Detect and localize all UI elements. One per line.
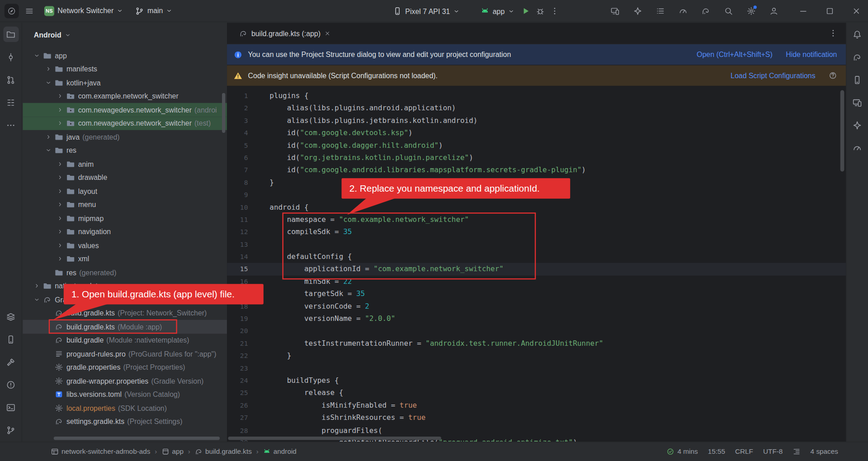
settings-button[interactable] — [744, 4, 759, 19]
chevron-right-icon[interactable] — [55, 239, 65, 252]
tree-item-mipmap[interactable]: mipmap — [23, 212, 227, 225]
tool-pull-requests-button[interactable] — [3, 72, 19, 87]
tree-item-drawable[interactable]: drawable — [23, 171, 227, 184]
tree-item-gradle-properties[interactable]: gradle.properties(Project Properties) — [23, 361, 227, 374]
project-panel-horizontal-scrollbar[interactable] — [54, 437, 220, 440]
code-line-7[interactable]: 7 id("com.google.android.libraries.mapsp… — [227, 164, 846, 176]
code-line-1[interactable]: 1plugins { — [227, 89, 846, 102]
line-number[interactable]: 13 — [227, 238, 248, 250]
tree-item-res[interactable]: res — [23, 144, 227, 157]
line-number[interactable]: 28 — [227, 424, 248, 437]
tree-item-build-gradle-kts[interactable]: build.gradle.kts(Module :app) — [23, 320, 227, 334]
chevron-right-icon[interactable] — [43, 62, 53, 76]
load-script-configurations-link[interactable]: Load Script Configurations — [731, 71, 816, 80]
tool-build-button[interactable] — [3, 354, 19, 370]
chevron-right-icon[interactable] — [55, 212, 65, 225]
tool-version-control-button[interactable] — [3, 422, 19, 437]
line-number[interactable]: 14 — [227, 251, 248, 263]
open-project-structure-link[interactable]: Open (Ctrl+Alt+Shift+S) — [697, 50, 773, 58]
chevron-down-icon[interactable] — [43, 144, 53, 157]
tab-build-gradle-kts-app[interactable]: build.gradle.kts (:app) — [232, 23, 337, 44]
line-number[interactable]: 12 — [227, 226, 248, 238]
logcat-button[interactable] — [653, 4, 668, 19]
code-line-10[interactable]: 10android { — [227, 201, 846, 213]
code-line-3[interactable]: 3 alias(libs.plugins.jetbrains.kotlin.an… — [227, 114, 846, 127]
tree-item-xml[interactable]: xml — [23, 252, 227, 266]
status-crlf[interactable]: CRLF — [735, 448, 753, 456]
hide-notification-link[interactable]: Hide notification — [786, 50, 837, 58]
code-line-5[interactable]: 5 id("com.google.dagger.hilt.android") — [227, 139, 846, 151]
device-selector[interactable]: Pixel 7 API 31 — [389, 5, 464, 18]
debug-button[interactable] — [533, 4, 547, 19]
tree-item-libs-versions-toml[interactable]: libs.versions.toml(Version Catalog) — [23, 388, 227, 401]
chevron-right-icon[interactable] — [55, 225, 65, 239]
sync-project-button[interactable] — [698, 4, 713, 19]
tool-gemini-button[interactable] — [849, 118, 865, 133]
editor-horizontal-scrollbar[interactable] — [228, 437, 441, 440]
breadcrumb-android[interactable]: android — [263, 448, 297, 456]
chevron-right-icon[interactable] — [32, 279, 42, 293]
tool-device-manager-button[interactable] — [3, 331, 19, 347]
line-number[interactable]: 25 — [227, 387, 248, 399]
tool-running-devices-button[interactable] — [849, 94, 865, 110]
code-line-28[interactable]: 28 proguardFiles( — [227, 424, 846, 437]
close-tab-icon[interactable] — [325, 30, 330, 36]
line-number[interactable]: 2 — [227, 102, 248, 114]
tool-structure-button[interactable] — [3, 94, 19, 110]
code-editor[interactable]: 1plugins {2 alias(libs.plugins.android.a… — [227, 86, 846, 442]
tree-item-menu[interactable]: menu — [23, 198, 227, 212]
code-line-13[interactable]: 13 — [227, 238, 846, 250]
tree-item-layout[interactable]: layout — [23, 184, 227, 198]
tree-item-proguard-rules-pro[interactable]: proguard-rules.pro(ProGuard Rules for ":… — [23, 347, 227, 361]
tree-item-values[interactable]: values — [23, 239, 227, 252]
code-line-25[interactable]: 25 release { — [227, 387, 846, 399]
status-indent[interactable] — [793, 448, 800, 456]
tree-item-com-newagedevs-network-switcher[interactable]: com.newagedevs.network_switcher(androi — [23, 103, 227, 117]
line-number[interactable]: 6 — [227, 151, 248, 164]
tree-item-anim[interactable]: anim — [23, 157, 227, 171]
run-button[interactable] — [519, 4, 533, 19]
tool-device-manager-button[interactable] — [849, 72, 865, 87]
profiler-button[interactable] — [676, 4, 690, 19]
code-line-14[interactable]: 14 defaultConfig { — [227, 251, 846, 263]
tool-project-button[interactable] — [3, 27, 19, 42]
code-line-16[interactable]: 16 minSdk = 22 — [227, 276, 846, 288]
line-number[interactable]: 7 — [227, 164, 248, 176]
code-line-24[interactable]: 24 buildTypes { — [227, 375, 846, 387]
status-4-mins[interactable]: 4 mins — [666, 448, 698, 456]
chevron-down-icon[interactable] — [32, 49, 42, 62]
code-line-23[interactable]: 23 — [227, 362, 846, 375]
editor-options-button[interactable] — [826, 26, 840, 41]
chevron-right-icon[interactable] — [55, 103, 65, 117]
main-menu-button[interactable] — [22, 4, 37, 18]
line-number[interactable]: 15 — [227, 263, 248, 275]
line-number[interactable]: 19 — [227, 313, 248, 325]
gemini-button[interactable] — [631, 4, 645, 19]
tree-item-com-example-network-switcher[interactable]: com.example.network_switcher — [23, 89, 227, 103]
editor-scrollbar[interactable] — [840, 90, 844, 172]
tool-commit-button[interactable] — [3, 49, 19, 65]
breadcrumb-network-switcher-admob-ads[interactable]: network-switcher-admob-ads — [51, 448, 151, 456]
code-line-4[interactable]: 4 id("com.google.devtools.ksp") — [227, 127, 846, 139]
line-number[interactable]: 4 — [227, 127, 248, 139]
tree-item-build-gradle[interactable]: build.gradle(Module :nativetemplates) — [23, 334, 227, 347]
search-everywhere-button[interactable] — [722, 4, 736, 19]
tree-item-app[interactable]: app — [23, 49, 227, 62]
chevron-right-icon[interactable] — [43, 130, 53, 144]
code-line-18[interactable]: 18 versionCode = 2 — [227, 300, 846, 312]
code-line-11[interactable]: 11 namespace = "com.example.network_swit… — [227, 214, 846, 226]
tree-item-settings-gradle-kts[interactable]: settings.gradle.kts(Project Settings) — [23, 415, 227, 428]
chevron-right-icon[interactable] — [55, 89, 65, 103]
code-line-26[interactable]: 26 isMinifyEnabled = true — [227, 400, 846, 412]
chevron-right-icon[interactable] — [55, 117, 65, 130]
line-number[interactable]: 3 — [227, 114, 248, 127]
tree-item-local-properties[interactable]: local.properties(SDK Location) — [23, 401, 227, 415]
close-button[interactable] — [849, 4, 863, 19]
status-15-55[interactable]: 15:55 — [708, 448, 725, 456]
account-button[interactable] — [767, 4, 781, 19]
code-line-12[interactable]: 12 compileSdk = 35 — [227, 226, 846, 238]
tool-profiler-button[interactable] — [849, 140, 865, 155]
tree-item-gradle-wrapper-properties[interactable]: gradle-wrapper.properties(Gradle Version… — [23, 374, 227, 388]
project-view-selector[interactable]: Android — [23, 23, 227, 47]
code-line-22[interactable]: 22 } — [227, 350, 846, 362]
